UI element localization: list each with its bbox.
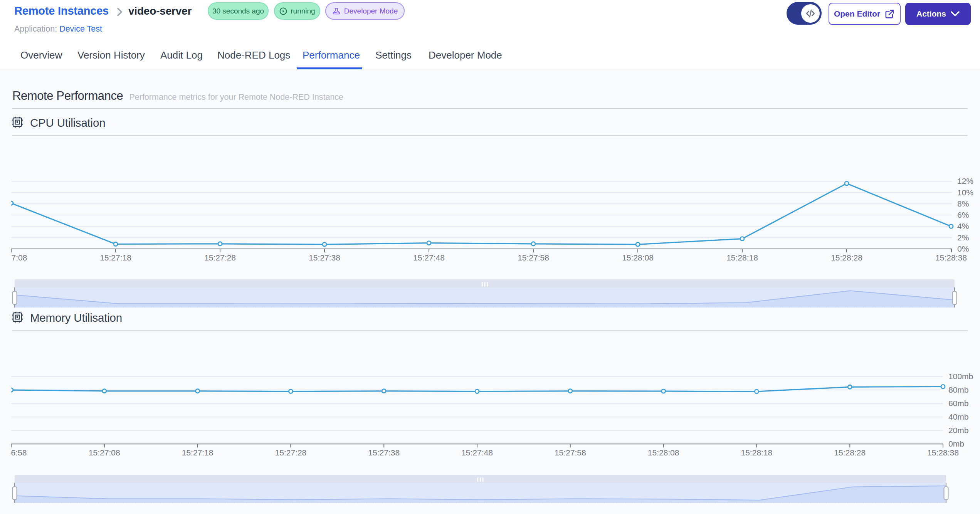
- svg-text:15:27:48: 15:27:48: [461, 448, 493, 457]
- svg-text:15:27:28: 15:27:28: [275, 448, 307, 457]
- svg-text:15:27:58: 15:27:58: [518, 253, 549, 262]
- svg-text:15:27:38: 15:27:38: [368, 448, 400, 457]
- svg-text:15:27:58: 15:27:58: [555, 448, 586, 457]
- svg-text:4%: 4%: [957, 222, 969, 230]
- svg-text:12%: 12%: [957, 176, 973, 185]
- svg-text:100mb: 100mb: [948, 372, 973, 381]
- svg-text:15:28:18: 15:28:18: [726, 253, 758, 262]
- svg-text:8%: 8%: [957, 199, 969, 208]
- svg-text:15:27:38: 15:27:38: [309, 253, 340, 262]
- svg-text:15:28:38: 15:28:38: [927, 448, 959, 457]
- svg-text:20mb: 20mb: [948, 426, 969, 435]
- svg-text:60mb: 60mb: [948, 399, 969, 408]
- svg-text:15:27:08: 15:27:08: [89, 448, 120, 457]
- svg-text:2%: 2%: [957, 233, 969, 242]
- svg-text:15:28:38: 15:28:38: [935, 253, 967, 262]
- svg-text:0%: 0%: [957, 244, 969, 253]
- svg-text:15:27:18: 15:27:18: [182, 448, 213, 457]
- svg-text:6:58: 6:58: [11, 448, 27, 457]
- svg-text:7:08: 7:08: [12, 253, 27, 262]
- svg-text:10%: 10%: [957, 188, 973, 197]
- svg-text:15:28:28: 15:28:28: [831, 253, 862, 262]
- svg-text:15:28:08: 15:28:08: [648, 448, 679, 457]
- svg-text:0mb: 0mb: [948, 439, 964, 448]
- svg-text:15:27:18: 15:27:18: [100, 253, 131, 262]
- svg-text:40mb: 40mb: [948, 412, 969, 421]
- svg-text:15:28:18: 15:28:18: [741, 448, 773, 457]
- svg-text:15:28:08: 15:28:08: [622, 253, 654, 262]
- svg-text:15:27:28: 15:27:28: [204, 253, 236, 262]
- svg-text:15:28:28: 15:28:28: [834, 448, 866, 457]
- svg-text:80mb: 80mb: [948, 385, 969, 394]
- svg-text:6%: 6%: [957, 210, 969, 219]
- svg-text:15:27:48: 15:27:48: [413, 253, 445, 262]
